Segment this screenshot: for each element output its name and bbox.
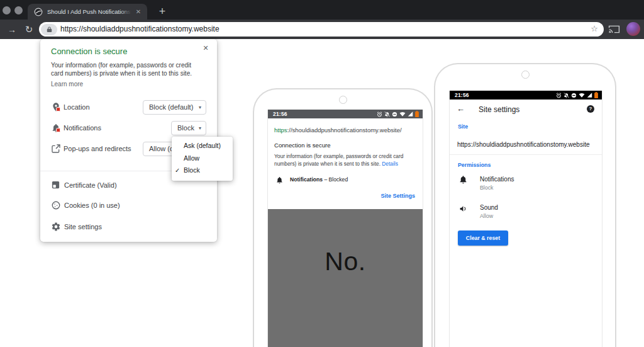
back-arrow-icon[interactable]: ← [457, 104, 465, 113]
cookies-row[interactable]: Cookies (0 in use) [40, 198, 217, 213]
reload-icon[interactable]: ↻ [21, 22, 36, 37]
sound-row[interactable]: Sound Allow [480, 204, 498, 219]
permission-label: Pop-ups and redirects [64, 141, 131, 157]
site-settings-row[interactable]: Site settings [40, 219, 217, 235]
browser-toolbar: → ↻ https://shouldiaddpushnotificationst… [0, 20, 644, 39]
permission-label: Location [64, 100, 90, 115]
location-dropdown[interactable]: Block (default) ▾ [143, 100, 206, 115]
tab-title-fade [120, 4, 134, 20]
notifications-off-icon [384, 111, 390, 117]
tab-close-icon[interactable]: ✕ [133, 4, 143, 20]
wifi-icon [579, 93, 585, 98]
popup-close-icon[interactable]: ✕ [201, 43, 211, 53]
learn-more-link[interactable]: Learn more [51, 81, 83, 88]
clear-reset-button[interactable]: Clear & reset [458, 230, 508, 246]
phone1-page-content: No. [268, 209, 423, 347]
location-icon [51, 102, 61, 112]
phone2-screen: 21:56 ← Site settings ? Site https://sho… [449, 91, 602, 347]
menu-item-allow[interactable]: Allow [172, 152, 233, 165]
cast-icon[interactable] [608, 25, 620, 37]
phone2-status-bar: 21:56 [450, 91, 602, 100]
phone1-url[interactable]: https://shouldiaddpushnotificationstomy.… [274, 127, 402, 134]
permission-row-location: Location Block (default) ▾ [40, 100, 217, 115]
speaker-icon [459, 204, 467, 215]
phone2-title: Site settings [479, 105, 519, 114]
browser-tab[interactable]: Should I Add Push Notifications ✕ [28, 4, 147, 20]
phone2-divider [450, 154, 602, 155]
status-icons [556, 92, 598, 98]
phone1-secure-heading: Connection is secure [274, 142, 331, 149]
cookie-icon [51, 200, 61, 210]
bookmark-star-icon[interactable]: ☆ [591, 22, 598, 37]
screenshot-root: Should I Add Push Notifications ✕ + → ↻ … [0, 0, 644, 347]
site-settings-label: Site settings [64, 219, 102, 235]
forward-icon[interactable]: → [4, 22, 19, 37]
lock-icon[interactable] [41, 24, 57, 35]
certificate-icon [51, 180, 61, 190]
do-not-disturb-icon [571, 93, 577, 98]
notifications-row[interactable]: Notifications Block [480, 176, 514, 191]
phone-mockup-browser: 21:56 https://shouldiaddpushnotification… [253, 88, 433, 347]
status-time: 21:56 [455, 92, 469, 98]
tab-strip: Should I Add Push Notifications ✕ + [0, 0, 644, 20]
alarm-icon [377, 111, 382, 117]
notifications-icon [51, 123, 61, 133]
url-text[interactable]: https://shouldiaddpushnotificationstomy.… [60, 22, 219, 37]
permissions-section-label: Permissions [458, 162, 491, 168]
popups-icon [51, 144, 61, 154]
phone1-site-settings-link[interactable]: Site Settings [380, 193, 415, 199]
phone1-screen: 21:56 https://shouldiaddpushnotification… [267, 110, 423, 347]
permission-label: Notifications [64, 120, 101, 136]
popup-body-text: Your information (for example, passwords… [51, 61, 205, 77]
alarm-icon [556, 93, 562, 98]
notifications-dropdown[interactable]: Block ▾ [171, 121, 206, 135]
permission-select-menu: Ask (default) Allow ✓Block [172, 137, 233, 181]
permission-row-notifications: Notifications Block ▾ [40, 120, 217, 136]
window-control-dot[interactable] [14, 6, 23, 14]
wifi-icon [399, 111, 406, 117]
profile-avatar[interactable] [626, 22, 640, 36]
help-icon[interactable]: ? [587, 105, 594, 113]
phone-mockup-settings: 21:56 ← Site settings ? Site https://sho… [434, 63, 616, 347]
cookies-label: Cookies (0 in use) [64, 198, 120, 213]
cellular-icon [408, 111, 413, 117]
cellular-icon [587, 93, 592, 98]
phone2-site-url: https://shouldiaddpushnotificationstomy.… [457, 141, 590, 148]
certificate-label: Certificate (Valid) [64, 178, 117, 193]
check-icon: ✓ [175, 164, 180, 177]
bell-icon [459, 175, 467, 186]
notifications-off-icon [564, 93, 569, 98]
page-text-no: No. [268, 247, 423, 276]
menu-item-ask[interactable]: Ask (default) [172, 140, 233, 152]
new-tab-button[interactable]: + [155, 4, 170, 20]
phone1-notifications-status: Notifications – Blocked [290, 176, 348, 183]
details-link[interactable]: Details [382, 161, 398, 167]
phone-camera [521, 71, 530, 79]
phone-camera [339, 96, 347, 104]
battery-icon [415, 111, 419, 117]
url-bar[interactable]: https://shouldiaddpushnotificationstomy.… [39, 22, 604, 37]
gear-icon [51, 222, 61, 232]
connection-secure-title: Connection is secure [51, 47, 127, 56]
do-not-disturb-icon [392, 111, 397, 117]
site-info-popup: ✕ Connection is secure Your information … [40, 39, 217, 242]
tab-favicon-globe-icon [34, 8, 43, 16]
phone1-body-text: Your information (for example, passwords… [274, 152, 418, 168]
menu-item-block[interactable]: ✓Block [172, 164, 233, 177]
site-section-label: Site [458, 123, 468, 130]
chevron-down-icon: ▾ [199, 122, 201, 135]
status-time: 21:56 [273, 111, 287, 117]
chevron-down-icon: ▾ [199, 101, 201, 114]
window-control-dot[interactable] [3, 6, 11, 14]
bell-icon [276, 175, 283, 186]
battery-icon [594, 92, 598, 98]
status-icons [377, 111, 419, 117]
phone1-status-bar: 21:56 [268, 110, 423, 118]
